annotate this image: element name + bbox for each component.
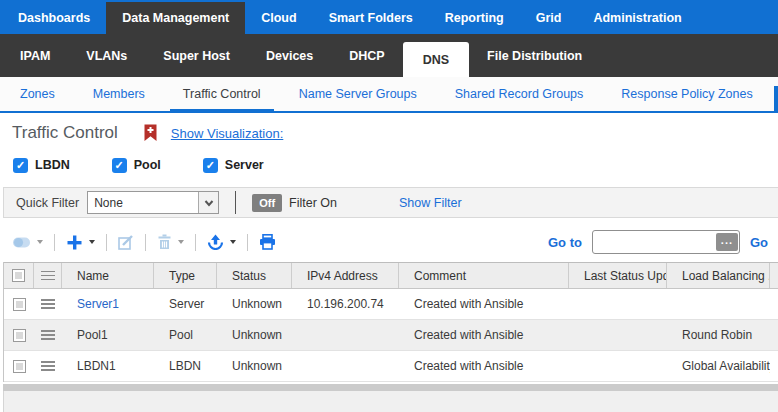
bookmark-icon[interactable] [144,124,157,142]
quick-filter-value: None [88,192,198,213]
trash-icon [157,234,172,250]
pool-label: Pool [134,158,161,172]
server-checkbox[interactable]: ✓ [203,158,218,173]
delete-button[interactable] [157,234,184,250]
column-header-ipv4[interactable]: IPv4 Address [292,263,399,288]
cell-type: Pool [154,328,217,342]
edit-button[interactable] [118,235,134,250]
nav-smart-folders[interactable]: Smart Folders [313,2,429,34]
show-visualization-link[interactable]: Show Visualization: [171,126,284,141]
nav-grid[interactable]: Grid [520,2,578,34]
chevron-down-icon [178,240,184,244]
printer-icon [259,234,276,250]
section-super-host[interactable]: Super Host [145,34,248,77]
traffic-control-page: Dashboards Data Management Cloud Smart F… [0,0,778,412]
tab-response-policy-zones[interactable]: Response Policy Zones [602,77,771,111]
section-dns[interactable]: DNS [403,42,469,77]
page-header: Traffic Control Show Visualization: [0,115,778,151]
filter-toggle-button[interactable]: Off [252,194,282,212]
nav-reporting[interactable]: Reporting [429,2,520,34]
cell-name[interactable]: Pool1 [62,328,154,342]
goto-label: Go to [548,235,582,250]
section-vlans[interactable]: VLANs [68,34,145,77]
tabs-overflow-indicator [774,86,778,113]
nav-administration[interactable]: Administration [577,2,697,34]
section-ipam[interactable]: IPAM [2,34,68,77]
column-header-status[interactable]: Status [217,263,292,288]
pool-checkbox[interactable]: ✓ [112,158,127,173]
goto-input-wrap: ... [592,230,740,254]
tab-shared-record-groups[interactable]: Shared Record Groups [436,77,603,111]
go-button[interactable]: Go [750,235,768,250]
nav-data-management[interactable]: Data Management [106,2,245,34]
traffic-control-table: Name Type Status IPv4 Address Comment La… [3,262,778,382]
cell-type: Server [154,297,217,311]
show-filter-link[interactable]: Show Filter [399,196,462,210]
table-row[interactable]: LBDN1 LBDN Unknown Created with Ansible … [4,351,778,382]
section-dhcp[interactable]: DHCP [331,34,402,77]
toolbar-separator [247,234,248,251]
tab-traffic-control[interactable]: Traffic Control [164,77,280,111]
table-header: Name Type Status IPv4 Address Comment La… [4,262,778,289]
chevron-down-icon [37,240,43,244]
select-all-checkbox[interactable] [12,269,25,282]
type-filters: ✓ LBDN ✓ Pool ✓ Server [0,151,778,179]
cell-ipv4: 10.196.200.74 [292,297,399,311]
row-menu-icon[interactable] [41,299,55,309]
goto-input[interactable] [594,232,716,252]
table-row[interactable]: Server1 Server Unknown 10.196.200.74 Cre… [4,289,778,320]
column-header-type[interactable]: Type [154,263,217,288]
export-button[interactable] [207,234,236,250]
column-header-load-balancing[interactable]: Load Balancing ... [667,263,770,288]
chevron-down-icon [203,197,215,209]
cell-type: LBDN [154,359,217,373]
nav-dashboards[interactable]: Dashboards [2,2,106,34]
lbdn-checkbox[interactable]: ✓ [13,158,28,173]
print-button[interactable] [259,234,276,250]
cell-load-balancing: Round Robin [667,328,770,342]
column-header-name[interactable]: Name [62,263,154,288]
export-icon [207,234,224,250]
table-menu-icon[interactable] [41,271,55,281]
toggle-view-button[interactable] [12,236,43,249]
section-file-distribution[interactable]: File Distribution [469,34,600,77]
dns-subtabs: Zones Members Traffic Control Name Serve… [0,77,778,113]
cell-name[interactable]: LBDN1 [62,359,154,373]
filter-divider [235,191,236,214]
quick-filter-dropdown-button[interactable] [198,192,218,213]
filter-lbdn[interactable]: ✓ LBDN [13,158,70,173]
column-header-comment[interactable]: Comment [399,263,569,288]
tab-members[interactable]: Members [74,77,164,111]
table-row[interactable]: Pool1 Pool Unknown Created with Ansible … [4,320,778,351]
row-checkbox[interactable] [13,360,26,373]
filter-server[interactable]: ✓ Server [203,158,264,173]
tab-zones[interactable]: Zones [1,77,74,111]
empty-area [3,391,778,412]
lbdn-label: LBDN [35,158,70,172]
quick-filter-select[interactable]: None [87,191,219,214]
column-header-truncated[interactable]: T [770,263,778,288]
row-checkbox[interactable] [13,298,26,311]
tab-name-server-groups[interactable]: Name Server Groups [280,77,436,111]
cell-name[interactable]: Server1 [62,297,154,311]
horizontal-scrollbar[interactable] [3,384,778,391]
edit-icon [118,235,134,250]
column-header-last-status[interactable]: Last Status Upd... [569,263,667,288]
row-menu-icon[interactable] [41,361,55,371]
toolbar-separator [195,234,196,251]
toolbar-separator [54,234,55,251]
nav-cloud[interactable]: Cloud [245,2,312,34]
toggle-icon [12,236,31,249]
cell-comment: Created with Ansible [399,297,569,311]
cell-load-balancing: Global Availability [667,359,770,373]
page-title: Traffic Control [12,123,118,143]
filter-pool[interactable]: ✓ Pool [112,158,161,173]
goto-ellipsis-button[interactable]: ... [716,233,738,251]
filter-on-label: Filter On [289,196,337,210]
row-menu-icon[interactable] [41,330,55,340]
chevron-down-icon [89,240,95,244]
section-devices[interactable]: Devices [248,34,331,77]
add-button[interactable] [66,234,95,251]
row-checkbox[interactable] [13,329,26,342]
main-nav: Dashboards Data Management Cloud Smart F… [0,0,778,34]
